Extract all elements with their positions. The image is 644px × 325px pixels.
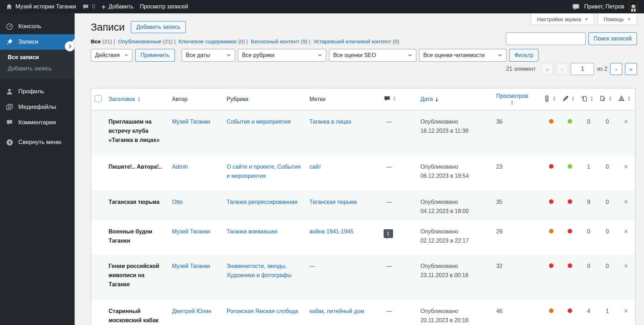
incoming-links-count: 0 (579, 255, 598, 300)
post-tags-link[interactable]: война 1941-1945 (309, 229, 353, 235)
row-select-cell (91, 220, 105, 255)
sidebar-item-posts[interactable]: Записи (0, 34, 75, 50)
sort-by-date[interactable]: Дата▲▼ (421, 96, 438, 102)
sort-arrows: ▲▼ (571, 96, 575, 101)
sidebar-item-dashboard[interactable]: Консоль (0, 19, 75, 34)
sort-by-outgoing-links[interactable]: ▲▼ (599, 97, 612, 103)
media-icon (5, 103, 14, 111)
post-title-link[interactable]: Пишите!.. Автора!.. (109, 164, 162, 170)
sidebar-item-media[interactable]: Медиафайлы (0, 99, 75, 115)
row-select-cell (91, 155, 105, 190)
notification-bubble-icon[interactable] (572, 3, 580, 11)
no-comments-dash: — (384, 164, 392, 170)
post-tags-link[interactable]: Таганка в лицах (309, 119, 351, 125)
post-title-link[interactable]: Гении российской живописи на Таганке (109, 263, 159, 287)
sort-by-title[interactable]: Заголовок▲▼ (109, 96, 141, 102)
sort-by-seo-score[interactable]: ▲▼ (543, 97, 556, 103)
post-tags-link[interactable]: сайт (309, 164, 321, 170)
post-title-link[interactable]: Военные будни Таганки (109, 229, 152, 244)
posts-table: Заголовок▲▼ Автор Рубрики Метки ▲▼ Дата▲… (91, 88, 636, 325)
admin-bar-my-account[interactable]: Привет, Петров (584, 4, 624, 10)
row-select-cell (91, 255, 105, 300)
readability-score-dot (568, 308, 572, 313)
readability-filter-select[interactable]: Все оценки читаемости (419, 49, 506, 62)
view-filter-published[interactable]: Опубликованные (21) (118, 38, 178, 44)
admin-bar-view-posts[interactable]: Просмотр записей (140, 4, 188, 10)
search-input[interactable] (506, 32, 586, 45)
table-row: Военные будни Таганки Музей Таганки Тага… (91, 220, 636, 255)
post-categories-link[interactable]: Таганка воевавшая (227, 229, 277, 235)
help-tab[interactable]: Помощь ▼ (598, 13, 637, 25)
sidebar-item-all-posts[interactable]: Все записи (0, 52, 75, 63)
incoming-links-count: 1 (579, 155, 598, 190)
admin-bar-new-content[interactable]: + Добавить (101, 3, 133, 11)
post-status: Опубликовано (421, 162, 489, 171)
post-title-link[interactable]: Приглашаем на встречу клуба «Таганка в л… (109, 119, 160, 143)
search-posts-button[interactable]: Поиск записей (588, 32, 637, 45)
bulk-actions-select[interactable]: Действия (91, 49, 132, 62)
post-author-link[interactable]: Дмитрий Юлин (172, 308, 211, 314)
view-filter-all[interactable]: Все (21) (91, 38, 118, 44)
post-status: Опубликовано (421, 307, 489, 316)
post-title-link[interactable]: Таганская тюрьма (109, 199, 160, 205)
post-author-link[interactable]: Музей Таганки (172, 263, 210, 269)
readability-score-dot (568, 229, 572, 233)
screen-options-tab[interactable]: Настройки экрана ▼ (531, 13, 594, 25)
post-author-link[interactable]: Музей Таганки (172, 229, 210, 235)
view-filter-cornerstone[interactable]: Ключевое содержимое (0) (179, 38, 251, 44)
post-tags-link[interactable]: Таганская тюрьма (309, 199, 357, 205)
sort-by-views[interactable]: Просмотров▲▼ (496, 93, 528, 99)
view-filter-stale[interactable]: Устаревший ключевой контент (0) (314, 38, 399, 44)
sort-by-readability[interactable]: ▲▼ (562, 97, 575, 103)
select-all-checkbox[interactable] (95, 95, 102, 102)
outgoing-links-count: 0 (598, 190, 617, 220)
seo-score-dot (549, 263, 554, 268)
comment-count-badge[interactable]: 1 (384, 229, 393, 238)
next-page-button[interactable]: › (610, 63, 622, 75)
post-categories-link[interactable]: Таганка репрессированная (227, 199, 297, 205)
post-author-link[interactable]: Admin (172, 164, 188, 170)
sidebar-item-add-post[interactable]: Добавить запись (0, 63, 75, 74)
incoming-links-icon (581, 95, 588, 102)
last-page-button[interactable]: » (625, 63, 637, 75)
apply-button[interactable]: Применить (135, 49, 175, 62)
admin-bar-site-menu[interactable]: Музей истории Таганки (6, 3, 76, 10)
post-categories-link[interactable]: События и мероприятия (227, 119, 291, 125)
site-name: Музей истории Таганки (15, 4, 76, 10)
post-author-link[interactable]: Otto (172, 199, 183, 205)
category-filter-select[interactable]: Все рубрики (238, 49, 326, 62)
sidebar-toggle-button[interactable] (65, 41, 75, 51)
post-views-count: 35 (496, 199, 503, 205)
post-categories-link[interactable]: О сайте и проекте, События и мероприятия (227, 164, 301, 179)
sort-by-comments[interactable]: ▲▼ (384, 97, 396, 103)
screen-options-label: Настройки экрана (537, 16, 581, 22)
table-row: Пишите!.. Автора!.. Admin О сайте и прое… (91, 155, 636, 190)
all-posts-label: Все записи (8, 54, 39, 60)
prev-page-button: ‹ (556, 63, 568, 75)
post-categories-link[interactable]: Знаменитости, звезды, Художники и фотогр… (227, 263, 291, 278)
avatar[interactable] (629, 2, 638, 12)
sort-arrows: ▲▼ (510, 100, 514, 106)
row-select-cell (91, 190, 105, 220)
post-tags-link[interactable]: — (309, 263, 315, 269)
collapse-menu-button[interactable]: Свернуть меню (0, 135, 75, 150)
current-page-input[interactable] (571, 63, 594, 75)
add-post-button[interactable]: Добавить запись (131, 21, 185, 33)
readability-score-dot (568, 119, 572, 124)
sort-by-cornerstone[interactable]: ▲▼ (618, 97, 631, 103)
seo-filter-select[interactable]: Все оценки SEO (329, 49, 416, 62)
filter-button[interactable]: Фильтр (509, 49, 539, 62)
post-author-link[interactable]: Музей Таганки (172, 119, 210, 125)
date-filter-select[interactable]: Все даты (182, 49, 235, 62)
column-categories: Рубрики (227, 96, 248, 102)
post-tags-link[interactable]: кабак, питейный дом (309, 308, 364, 314)
view-filter-orphaned[interactable]: Бесхозный контент (9) (251, 38, 314, 44)
sort-by-incoming-links[interactable]: ▲▼ (581, 97, 593, 103)
admin-bar-comments[interactable]: 0 (82, 4, 95, 10)
collapse-arrow-icon (5, 138, 14, 146)
post-title-link[interactable]: Старинный московский кабак Крутояръ (Кру… (109, 308, 159, 325)
sidebar-item-comments[interactable]: Комментарии (0, 115, 75, 130)
sidebar-label-profile: Профиль (18, 88, 44, 95)
sidebar-item-profile[interactable]: Профиль (0, 84, 75, 99)
post-categories-link[interactable]: Рогожская Ямская слобода (227, 308, 298, 314)
